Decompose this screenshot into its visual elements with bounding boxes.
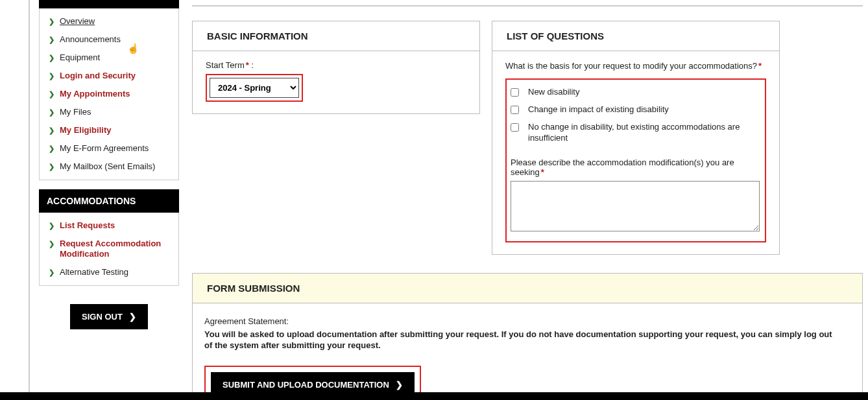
- form-submission-panel: FORM SUBMISSION Agreement Statement: You…: [192, 273, 863, 400]
- sidebar-item-label: Request Accommodation Modification: [60, 239, 171, 259]
- accommodations-header: ACCOMMODATIONS: [39, 189, 179, 213]
- sidebar-item-label: Equipment: [60, 53, 100, 63]
- sidebar: ❯ Overview ❯ Announcements ❯ Equipment ❯…: [39, 0, 179, 329]
- option-no-change[interactable]: No change in disability, but existing ac…: [511, 119, 760, 147]
- sidebar-item-my-eligibility[interactable]: ❯ My Eligibility: [40, 121, 178, 139]
- sidebar-item-equipment[interactable]: ❯ Equipment: [40, 49, 178, 67]
- sidebar-item-label: Overview: [60, 16, 95, 27]
- submit-label: SUBMIT AND UPLOAD DOCUMENTATION: [223, 380, 389, 390]
- checkbox-new-disability[interactable]: [511, 88, 519, 97]
- sidebar-item-label: Alternative Testing: [60, 267, 128, 277]
- submit-upload-button[interactable]: SUBMIT AND UPLOAD DOCUMENTATION ❯: [211, 372, 415, 397]
- sidebar-item-label: My Mailbox (Sent Emails): [60, 161, 155, 172]
- questions-prompt: What is the basis for your request to mo…: [505, 60, 766, 72]
- sidebar-item-my-appointments[interactable]: ❯ My Appointments: [40, 85, 178, 103]
- checkbox-no-change[interactable]: [511, 123, 519, 132]
- sidebar-item-label: My E-Form Agreements: [60, 143, 149, 154]
- sidebar-item-request-modification[interactable]: ❯ Request Accommodation Modification: [40, 235, 178, 263]
- agreement-text: You will be asked to upload documentatio…: [204, 329, 840, 351]
- option-change-impact[interactable]: Change in impact of existing disability: [511, 101, 760, 119]
- questions-header: LIST OF QUESTIONS: [492, 21, 779, 51]
- sidebar-item-my-files[interactable]: ❯ My Files: [40, 103, 178, 121]
- start-term-highlight: 2024 - Spring: [206, 74, 303, 102]
- chevron-right-icon: ❯: [49, 34, 54, 45]
- describe-label: Please describe the accommodation modifi…: [511, 158, 760, 177]
- sidebar-item-announcements[interactable]: ❯ Announcements: [40, 30, 178, 49]
- chevron-right-icon: ❯: [49, 89, 54, 99]
- basic-info-header: BASIC INFORMATION: [193, 21, 479, 51]
- chevron-right-icon: ❯: [49, 125, 54, 135]
- start-term-select[interactable]: 2024 - Spring: [210, 78, 299, 98]
- option-label: New disability: [528, 87, 579, 98]
- required-asterisk: *: [541, 167, 544, 177]
- chevron-right-icon: ❯: [49, 71, 54, 81]
- chevron-right-icon: ❯: [396, 380, 403, 390]
- chevron-right-icon: ❯: [129, 312, 136, 322]
- form-submission-header: FORM SUBMISSION: [193, 274, 862, 303]
- main-content: BASIC INFORMATION Start Term* : 2024 - S…: [179, 0, 868, 400]
- chevron-right-icon: ❯: [49, 267, 54, 277]
- option-label: Change in impact of existing disability: [528, 104, 669, 115]
- sidebar-item-my-mailbox[interactable]: ❯ My Mailbox (Sent Emails): [40, 158, 178, 176]
- sidebar-item-login-security[interactable]: ❯ Login and Security: [40, 67, 178, 85]
- required-asterisk: *: [246, 60, 249, 70]
- sidebar-item-label: My Eligibility: [60, 125, 111, 135]
- option-label: No change in disability, but existing ac…: [528, 122, 760, 144]
- chevron-right-icon: ❯: [49, 107, 54, 117]
- chevron-right-icon: ❯: [49, 143, 54, 154]
- chevron-right-icon: ❯: [49, 53, 54, 63]
- sign-out-label: SIGN OUT: [82, 312, 123, 322]
- sidebar-item-overview[interactable]: ❯ Overview: [40, 12, 178, 30]
- agreement-label: Agreement Statement:: [204, 316, 850, 326]
- sidebar-item-eform-agreements[interactable]: ❯ My E-Form Agreements: [40, 139, 178, 158]
- primary-nav: ❯ Overview ❯ Announcements ❯ Equipment ❯…: [39, 8, 179, 180]
- vertical-rule: [29, 0, 30, 392]
- sidebar-item-label: Login and Security: [60, 71, 136, 81]
- sidebar-item-alternative-testing[interactable]: ❯ Alternative Testing: [40, 263, 178, 281]
- sidebar-item-label: List Requests: [60, 220, 115, 231]
- checkbox-change-impact[interactable]: [511, 106, 519, 114]
- questions-panel: LIST OF QUESTIONS What is the basis for …: [492, 21, 780, 255]
- nav-header-black: [39, 0, 179, 8]
- required-asterisk: *: [758, 61, 762, 71]
- start-term-label: Start Term* :: [206, 60, 466, 70]
- chevron-right-icon: ❯: [49, 239, 54, 249]
- accommodations-nav: ❯ List Requests ❯ Request Accommodation …: [39, 213, 179, 286]
- chevron-right-icon: ❯: [49, 161, 54, 172]
- questions-highlight: New disability Change in impact of exist…: [505, 78, 766, 242]
- sidebar-item-list-requests[interactable]: ❯ List Requests: [40, 217, 178, 235]
- sign-out-button[interactable]: SIGN OUT ❯: [70, 304, 148, 329]
- option-new-disability[interactable]: New disability: [511, 84, 760, 101]
- sidebar-item-label: My Appointments: [60, 89, 130, 99]
- describe-textarea[interactable]: [511, 181, 760, 231]
- submit-highlight: SUBMIT AND UPLOAD DOCUMENTATION ❯: [204, 366, 421, 400]
- sidebar-item-label: Announcements: [60, 34, 121, 45]
- horizontal-rule: [192, 5, 863, 6]
- chevron-right-icon: ❯: [49, 16, 54, 27]
- sidebar-item-label: My Files: [60, 107, 91, 117]
- chevron-right-icon: ❯: [49, 220, 54, 231]
- basic-information-panel: BASIC INFORMATION Start Term* : 2024 - S…: [192, 21, 480, 114]
